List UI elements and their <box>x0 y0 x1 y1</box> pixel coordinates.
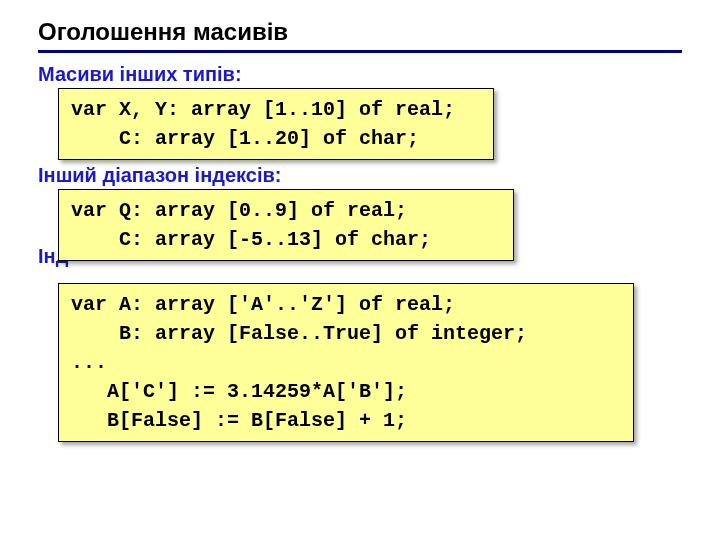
row-2: var Q: array [0..9] of real; C: array [-… <box>38 189 682 261</box>
subhead-other-range: Інший діапазон індексів: <box>38 164 682 187</box>
page-title: Оголошення масивів <box>38 18 682 46</box>
code-block-1: var X, Y: array [1..10] of real; C: arra… <box>58 88 494 160</box>
subhead-other-types: Масиви інших типів: <box>38 63 682 86</box>
title-rule <box>38 50 682 53</box>
code-block-3: var A: array ['A'..'Z'] of real; B: arra… <box>58 283 634 442</box>
slide: Оголошення масивів Масиви інших типів: v… <box>0 0 720 442</box>
code-block-2: var Q: array [0..9] of real; C: array [-… <box>58 189 514 261</box>
